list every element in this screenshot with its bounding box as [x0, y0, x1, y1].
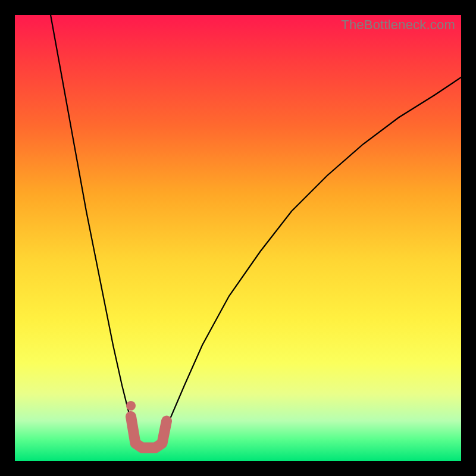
- chart-svg: [15, 15, 461, 461]
- bottleneck-curve: [51, 15, 461, 448]
- optimal-zone-band: [131, 416, 167, 448]
- optimal-zone-dot: [126, 401, 136, 411]
- chart-plot-area: TheBottleneck.com: [15, 15, 461, 461]
- optimal-zone-markers: [126, 401, 167, 448]
